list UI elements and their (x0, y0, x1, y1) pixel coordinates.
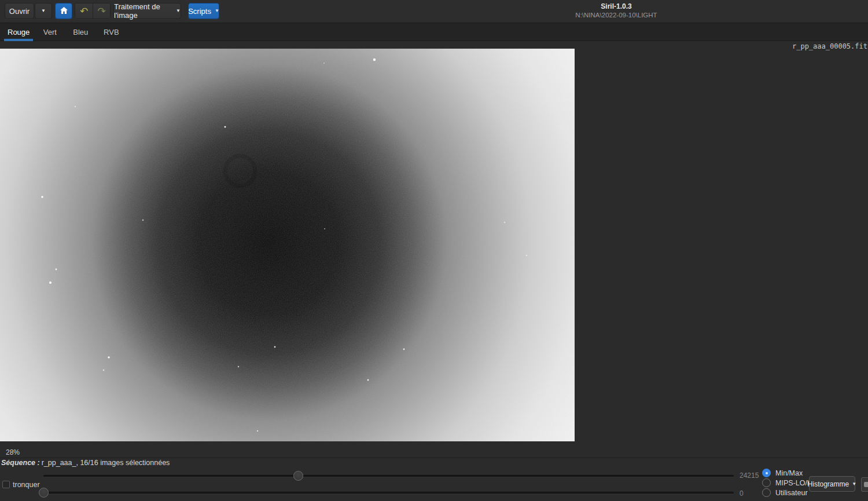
hi-cutoff-slider-handle[interactable] (293, 471, 303, 481)
siril-window: Ouvrir ▼ ↶ ↷ Traitement de l'image ▼ Scr… (0, 0, 868, 501)
lo-cutoff-value: 0 (740, 489, 744, 498)
chevron-down-icon: ▼ (41, 9, 46, 13)
unknown-icon (864, 482, 868, 487)
display-mode-label: Histogramme (808, 480, 849, 488)
undo-button[interactable]: ↶ (75, 3, 93, 19)
hi-cutoff-value: 24215 (740, 471, 759, 480)
radio-icon[interactable] (762, 469, 771, 477)
scripts-menu-button[interactable]: Scripts ▼ (188, 3, 219, 19)
image-processing-menu-button[interactable]: Traitement de l'image ▼ (113, 3, 181, 19)
lo-cutoff-slider-handle[interactable] (39, 488, 49, 498)
redo-button[interactable]: ↷ (93, 3, 110, 19)
sensor-noise-overlay (0, 49, 575, 441)
radio-icon[interactable] (762, 488, 771, 497)
scripts-label: Scripts (188, 7, 211, 16)
undo-icon: ↶ (80, 6, 88, 16)
fits-image-view[interactable] (0, 49, 575, 441)
clipped-edge-button[interactable] (861, 477, 868, 492)
fits-image[interactable] (0, 49, 575, 441)
open-dropdown-button[interactable]: ▼ (35, 3, 52, 19)
zoom-level-label: 28% (6, 448, 20, 456)
mode-radio-minmax[interactable]: Min/Max (762, 469, 803, 477)
channel-tabbar: Rouge Vert Bleu RVB (0, 23, 868, 41)
image-processing-label: Traitement de l'image (114, 2, 172, 20)
chevron-down-icon: ▼ (852, 482, 856, 487)
working-directory-path: N:\NINA\2022-09-10\LIGHT (575, 11, 657, 19)
open-button[interactable]: Ouvrir (5, 3, 34, 19)
hi-cutoff-slider-track[interactable] (43, 475, 734, 477)
headerbar: Ouvrir ▼ ↶ ↷ Traitement de l'image ▼ Scr… (0, 0, 868, 23)
sequence-info: r_pp_aaa_, 16/16 images sélectionnées (42, 459, 170, 467)
mode-radio-mips-lo-hi[interactable]: MIPS-LO/HI (762, 478, 814, 487)
radio-icon[interactable] (762, 478, 771, 487)
truncate-checkbox[interactable] (2, 481, 10, 488)
tab-vert[interactable]: Vert (36, 23, 64, 41)
truncate-checkbox-label: tronquer (13, 481, 40, 489)
tab-rouge[interactable]: Rouge (4, 23, 33, 41)
sequence-label: Séquence : (1, 459, 40, 467)
chevron-down-icon: ▼ (215, 9, 219, 13)
chevron-down-icon: ▼ (176, 9, 181, 13)
current-image-filename: r_pp_aaa_00005.fit (792, 42, 867, 50)
home-icon (60, 7, 68, 16)
display-mode-dropdown[interactable]: Histogramme ▼ (809, 476, 855, 492)
tab-bleu[interactable]: Bleu (67, 23, 94, 41)
window-title: Siril-1.0.3 N:\NINA\2022-09-10\LIGHT (575, 2, 657, 19)
image-canvas-area: r_pp_aaa_00005.fit (0, 41, 868, 445)
lo-cutoff-slider-track[interactable] (43, 492, 734, 494)
open-button-label: Ouvrir (9, 7, 30, 16)
home-button[interactable] (55, 3, 72, 19)
tab-rvb[interactable]: RVB (97, 23, 125, 41)
app-title: Siril-1.0.3 (575, 2, 657, 11)
status-separator (0, 458, 868, 458)
redo-icon: ↷ (97, 6, 105, 16)
sequence-status: Séquence :r_pp_aaa_, 16/16 images sélect… (1, 459, 170, 467)
mode-radio-utilisateur[interactable]: Utilisateur (762, 488, 808, 497)
